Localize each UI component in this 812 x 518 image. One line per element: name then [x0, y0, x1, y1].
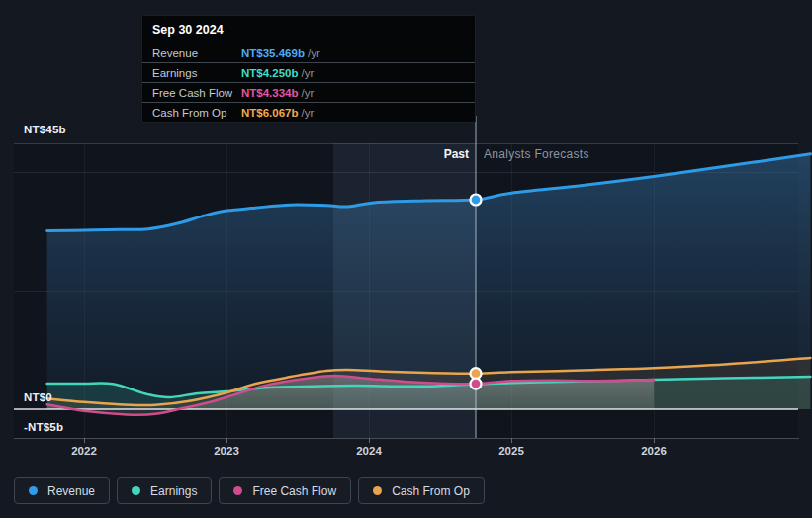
tooltip-label: Free Cash Flow: [152, 86, 241, 100]
y-axis-label-45b: NT$45b: [24, 124, 66, 135]
legend-item-cash-from-op[interactable]: Cash From Op: [358, 477, 485, 504]
legend-label: Revenue: [47, 484, 95, 498]
revenue-dot-icon: [29, 486, 38, 495]
legend-label: Free Cash Flow: [252, 484, 336, 498]
tooltip-value: NT$4.334b: [241, 86, 299, 100]
x-axis-ticks: [85, 439, 655, 444]
legend-label: Cash From Op: [392, 484, 470, 498]
x-axis-label-2022: 2022: [62, 445, 106, 457]
tooltip-row-revenue: Revenue NT$35.469b /yr: [142, 43, 475, 62]
chart-page: { "tooltip": { "date": "Sep 30 2024", "r…: [0, 0, 812, 518]
x-axis-label-2025: 2025: [490, 445, 533, 457]
tooltip-label: Cash From Op: [152, 106, 241, 120]
y-axis-label-neg5b: -NT$5b: [24, 421, 63, 433]
y-axis-label-0: NT$0: [24, 391, 52, 403]
tooltip-value: NT$35.469b: [241, 46, 305, 60]
x-axis-label-2023: 2023: [205, 445, 248, 457]
free-cash-flow-dot-icon: [233, 486, 242, 495]
tooltip-suffix: /yr: [308, 46, 320, 60]
legend-item-revenue[interactable]: Revenue: [14, 477, 110, 504]
past-label: Past: [444, 147, 469, 161]
tooltip-date: Sep 30 2024: [142, 16, 475, 43]
earnings-dot-icon: [132, 486, 140, 495]
revenue-marker[interactable]: [471, 195, 482, 206]
chart-legend: Revenue Earnings Free Cash Flow Cash Fro…: [14, 477, 485, 504]
tooltip-label: Earnings: [152, 66, 241, 80]
tooltip-value: NT$4.250b: [241, 66, 299, 80]
tooltip-label: Revenue: [152, 46, 241, 60]
tooltip-row-cash-from-op: Cash From Op NT$6.067b /yr: [142, 102, 475, 122]
tooltip-row-earnings: Earnings NT$4.250b /yr: [142, 62, 475, 82]
legend-label: Earnings: [150, 484, 197, 498]
cash-from-op-dot-icon: [373, 486, 382, 495]
chart-tooltip: Sep 30 2024 Revenue NT$35.469b /yr Earni…: [141, 15, 476, 123]
tooltip-suffix: /yr: [302, 66, 315, 80]
tooltip-suffix: /yr: [302, 106, 315, 120]
legend-item-earnings[interactable]: Earnings: [117, 477, 212, 504]
hover-highlight-band: [333, 143, 476, 438]
tooltip-row-free-cash-flow: Free Cash Flow NT$4.334b /yr: [142, 82, 475, 102]
tooltip-suffix: /yr: [302, 86, 315, 100]
x-axis-label-2024: 2024: [347, 445, 391, 457]
analysts-forecasts-label: Analysts Forecasts: [484, 147, 589, 161]
x-axis-label-2026: 2026: [632, 445, 676, 457]
legend-item-free-cash-flow[interactable]: Free Cash Flow: [219, 477, 351, 504]
tooltip-value: NT$6.067b: [241, 106, 299, 120]
free-cash-flow-marker[interactable]: [471, 379, 482, 389]
